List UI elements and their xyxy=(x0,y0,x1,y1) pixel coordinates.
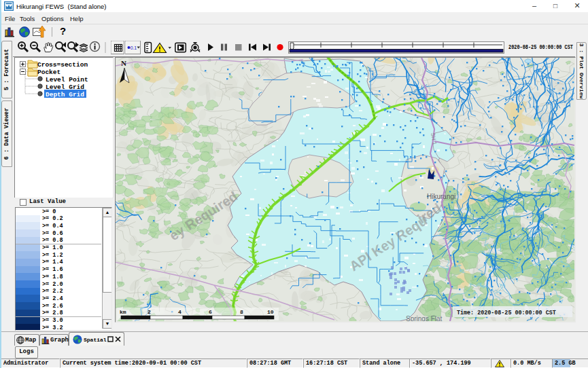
svg-text:4: 4 xyxy=(178,309,181,315)
svg-text:Level Grid: Level Grid xyxy=(46,84,84,91)
svg-text:0.1: 0.1 xyxy=(131,45,137,50)
svg-text:10: 10 xyxy=(267,309,274,315)
svg-text:Depth Grid: Depth Grid xyxy=(46,91,84,98)
svg-text:Time: 2020-08-25 00:00:00 CST: Time: 2020-08-25 00:00:00 CST xyxy=(457,310,556,316)
svg-text:Cross=section: Cross=section xyxy=(37,61,88,69)
svg-text:6: 6 xyxy=(209,309,212,315)
svg-text:Springs Flat: Springs Flat xyxy=(406,315,443,321)
svg-text:N: N xyxy=(121,59,126,67)
svg-text:2020-08-25 00:00:00 CST: 2020-08-25 00:00:00 CST xyxy=(508,44,573,51)
svg-text:8: 8 xyxy=(240,309,243,315)
svg-text:Hikurangi: Hikurangi xyxy=(427,193,455,200)
svg-text:2: 2 xyxy=(148,309,151,315)
svg-text:Pocket: Pocket xyxy=(37,69,60,76)
svg-text:km: km xyxy=(120,309,126,315)
svg-text:Level Point: Level Point xyxy=(46,76,88,84)
